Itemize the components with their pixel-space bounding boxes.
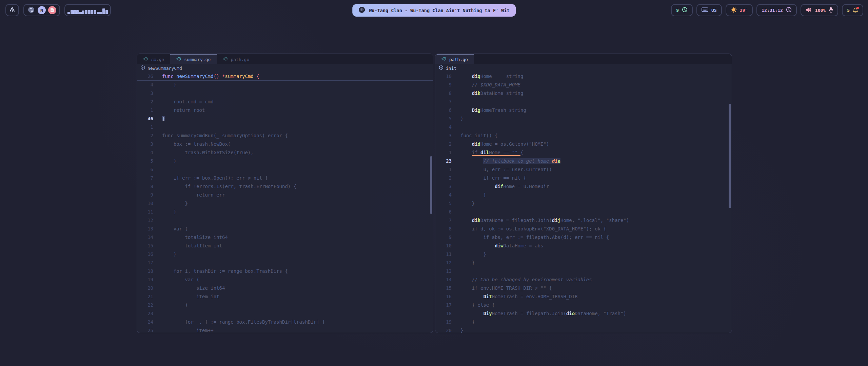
code-line[interactable]: 17 } else { — [435, 301, 732, 309]
line-number: 7 — [435, 216, 452, 225]
code-line[interactable]: 23 — [137, 309, 433, 318]
code-line[interactable]: 6 DigHomeTrash string — [435, 106, 732, 115]
code-line[interactable]: 9 return err — [137, 191, 433, 199]
line-number: 4 — [137, 148, 153, 157]
code-line[interactable]: 22 ) — [137, 301, 433, 309]
line-number: 2 — [435, 140, 452, 148]
code-text: // fallback to get home dia — [460, 157, 560, 165]
code-line[interactable]: 2 didHome = os.Getenv("HOME") — [435, 140, 732, 148]
code-line[interactable]: 6 — [435, 208, 732, 216]
sticky-context-line[interactable]: 26func newSummaryCmd() *summaryCmd { — [137, 72, 433, 81]
code-line[interactable]: 2 if err == nil { — [435, 174, 732, 182]
code-line[interactable]: 25 item++ — [137, 326, 433, 333]
globe-icon[interactable] — [27, 6, 35, 15]
code-line[interactable]: 9 // $XDG_DATA_HOME — [435, 81, 732, 89]
code-line[interactable]: 11 } — [435, 250, 732, 259]
code-line[interactable]: 20 size int64 — [137, 284, 433, 292]
code-line[interactable]: 1 return root — [137, 106, 433, 115]
tab-path.go[interactable]: path.go — [217, 54, 255, 64]
speaker-icon — [806, 7, 812, 14]
code-line[interactable]: 5) — [435, 115, 732, 123]
code-text: } — [162, 115, 165, 123]
audio-widget[interactable]: 100% — [801, 4, 838, 16]
code-line[interactable]: 3 difHome = u.HomeDir — [435, 182, 732, 191]
code-line[interactable]: 2func summaryCmdRun(_ summaryOptions) er… — [137, 131, 433, 140]
notifications-widget[interactable]: 5 — [842, 4, 863, 16]
code-line[interactable]: 5 ) — [137, 157, 433, 165]
go-file-icon — [176, 56, 181, 62]
code-line[interactable]: 6 — [137, 165, 433, 174]
scrollbar-thumb[interactable] — [729, 104, 731, 208]
code-text: return root — [162, 106, 205, 115]
sun-icon — [731, 7, 737, 14]
code-line[interactable]: 4 } — [137, 81, 433, 89]
n-circle-icon[interactable]: N — [38, 6, 46, 14]
code-line[interactable]: 18 DiyHomeTrash = filepath.Join(dioDataH… — [435, 309, 732, 318]
weather-widget[interactable]: 29° — [726, 4, 753, 16]
document-icon[interactable] — [48, 6, 56, 14]
code-line[interactable]: 16 ) — [137, 250, 433, 259]
code-line[interactable]: 12 } — [435, 259, 732, 267]
code-line[interactable]: 21 item int — [137, 292, 433, 301]
line-number: 16 — [435, 292, 452, 301]
code-line[interactable]: 15 totalItem int — [137, 242, 433, 250]
code-line[interactable]: 13 — [435, 267, 732, 276]
line-number: 3 — [137, 89, 153, 98]
code-line[interactable]: 10 diqHome string — [435, 72, 732, 81]
code-line[interactable]: 7 dihDataHome = filepath.Join(dijHome, "… — [435, 216, 732, 225]
line-number: 2 — [435, 174, 452, 182]
code-line[interactable]: 13 var ( — [137, 225, 433, 233]
code-line[interactable]: 18 for i, trashDir := range box.TrashDir… — [137, 267, 433, 276]
code-line[interactable]: 4 } — [435, 191, 732, 199]
code-line[interactable]: 3 box := trash.NewBox( — [137, 140, 433, 148]
media-player-widget[interactable]: Wu-Tang Clan - Wu-Tang Clan Ain't Nuthin… — [352, 4, 516, 17]
code-line[interactable]: 19 } — [435, 318, 732, 326]
code-line[interactable]: 2 root.cmd = cmd — [137, 98, 433, 106]
app-launcher-button[interactable] — [5, 4, 19, 16]
tab-summary.go[interactable]: summary.go — [170, 54, 217, 64]
code-line[interactable]: 20} — [435, 326, 732, 333]
code-line[interactable]: 1 u, err := user.Current() — [435, 165, 732, 174]
code-line[interactable]: 19 var ( — [137, 276, 433, 284]
code-line[interactable]: 7 if err := box.Open(); err ≠ nil { — [137, 174, 433, 182]
code-text: } — [162, 208, 176, 216]
code-line[interactable]: 12 — [137, 216, 433, 225]
code-line[interactable]: 14 totalSize int64 — [137, 233, 433, 242]
code-line[interactable]: 8 if !errors.Is(err, trash.ErrNotFound) … — [137, 182, 433, 191]
code-line[interactable]: 11 } — [137, 208, 433, 216]
spotify-icon — [358, 6, 365, 14]
code-line[interactable]: 1 — [137, 123, 433, 131]
code-line[interactable]: 10 diwDataHome = abs — [435, 242, 732, 250]
code-line[interactable]: 3 — [137, 89, 433, 98]
code-line[interactable]: 4 trash.WithGetSize(true), — [137, 148, 433, 157]
code-line[interactable]: 4 — [435, 123, 732, 131]
line-number: 13 — [435, 267, 452, 276]
code-line[interactable]: 23 // fallback to get home dia — [435, 157, 732, 165]
visualizer-bar — [85, 10, 87, 14]
code-line[interactable]: 5 } — [435, 199, 732, 208]
code-line[interactable]: 24 for _, f := range box.FilesByTrashDir… — [137, 318, 433, 326]
code-line[interactable]: 1 if dilHome == "" { — [435, 148, 732, 157]
code-line[interactable]: 16 DitHomeTrash = env.HOME_TRASH_DIR — [435, 292, 732, 301]
line-number: 25 — [137, 326, 153, 333]
line-number: 23 — [137, 309, 153, 318]
updates-widget[interactable]: 9 — [671, 4, 693, 16]
code-text: root.cmd = cmd — [162, 98, 214, 106]
code-line[interactable]: 17 — [137, 259, 433, 267]
keyboard-layout-widget[interactable]: US — [696, 4, 722, 16]
clock-widget[interactable]: 12:31:12 — [756, 4, 797, 16]
scrollbar-thumb[interactable] — [430, 156, 432, 214]
code-line[interactable]: 46} — [137, 115, 433, 123]
code-line[interactable]: 8 dikDataHome string — [435, 89, 732, 98]
tab-path.go[interactable]: path.go — [435, 54, 474, 64]
code-line[interactable]: 10 } — [137, 199, 433, 208]
code-line[interactable]: 15 if env.HOME_TRASH_DIR ≠ "" { — [435, 284, 732, 292]
code-line[interactable]: 3func init() { — [435, 131, 732, 140]
code-line[interactable]: 7 — [435, 98, 732, 106]
code-line[interactable]: 14 // Can be changed by environment vari… — [435, 276, 732, 284]
line-number: 12 — [435, 259, 452, 267]
code-line[interactable]: 9 if abs, err := filepath.Abs(d); err ==… — [435, 233, 732, 242]
media-title: Wu-Tang Clan - Wu-Tang Clan Ain't Nuthin… — [369, 8, 510, 13]
tab-rm.go[interactable]: rm.go — [137, 54, 170, 64]
code-line[interactable]: 8 if d, ok := os.LookupEnv("XDG_DATA_HOM… — [435, 225, 732, 233]
